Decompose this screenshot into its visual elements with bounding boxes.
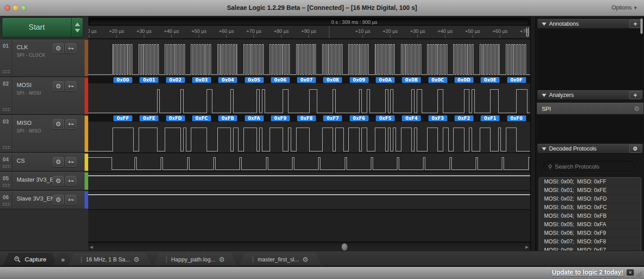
mosi-byte-annotation[interactable]: 0x07 (297, 77, 316, 83)
wave-row-cs[interactable] (88, 153, 530, 171)
channel-trigger-button[interactable]: +⌁ (65, 157, 77, 167)
miso-byte-annotation[interactable]: 0xFB (218, 115, 237, 121)
channel-trigger-button[interactable]: +⌁ (65, 176, 77, 186)
channel-row-clk[interactable]: 01CLKSPI - CLOCK⚙+⌁ (0, 40, 88, 77)
drag-grip-dots[interactable] (2, 70, 10, 73)
mosi-byte-annotation[interactable]: 0x00 (113, 77, 132, 83)
scroll-right-arrow-icon[interactable]: ▶ (524, 244, 530, 250)
tab-drag-grip[interactable] (166, 256, 167, 263)
miso-byte-annotation[interactable]: 0xF2 (455, 115, 473, 121)
timeline-ruler[interactable]: 0 s : 309 ms : 900 µs (89, 18, 528, 25)
channel-row-miso[interactable]: 03MISOSPI - MISO⚙+⌁ (0, 115, 88, 152)
mosi-byte-annotation[interactable]: 0x06 (271, 77, 290, 83)
decoded-row-7[interactable]: MOSI: 0x07; MISO: 0xF8 (539, 238, 641, 246)
tab-file-0[interactable]: 16 MHz, 1 B Sa...⚙ (68, 253, 152, 266)
channel-settings-button[interactable]: ⚙ (53, 157, 64, 167)
tab-file-1[interactable]: Happy_path.log...⚙ (153, 253, 237, 266)
drag-grip-dots[interactable] (2, 108, 10, 111)
miso-byte-annotation[interactable]: 0xF8 (297, 115, 316, 121)
miso-byte-annotation[interactable]: 0xFA (245, 115, 264, 121)
channel-row-slave-3v3-en[interactable]: 06Slave 3V3_EN⚙+⌁ (0, 191, 88, 209)
miso-byte-annotation[interactable]: 0xFE (140, 115, 158, 121)
disclosure-triangle-icon[interactable] (542, 147, 546, 151)
tab-drag-grip[interactable] (252, 256, 254, 263)
miso-byte-annotation[interactable]: 0xF9 (271, 115, 290, 121)
gear-icon[interactable]: ⚙ (634, 105, 639, 112)
drag-grip-dots[interactable] (2, 183, 10, 187)
add-annotation-button[interactable]: + (629, 20, 641, 28)
mosi-byte-annotation[interactable]: 0x02 (166, 77, 185, 83)
channel-settings-button[interactable]: ⚙ (53, 119, 64, 129)
mosi-byte-annotation[interactable]: 0x0C (428, 77, 447, 83)
gear-icon[interactable]: ⚙ (134, 256, 140, 264)
decoded-protocols-section-header[interactable]: Decoded Protocols ⚙ (537, 143, 644, 154)
mosi-byte-annotation[interactable]: 0x03 (192, 77, 211, 83)
channel-trigger-button[interactable]: +⌁ (65, 43, 77, 53)
mosi-byte-annotation[interactable]: 0x0E (481, 77, 500, 83)
miso-byte-annotation[interactable]: 0xF3 (428, 115, 447, 121)
miso-byte-annotation[interactable]: 0xF0 (507, 115, 526, 121)
drag-grip-dots[interactable] (2, 165, 10, 168)
options-menu[interactable]: Options ▼ (612, 4, 638, 11)
decoded-row-0[interactable]: MOSI: 0x00; MISO: 0xFF (539, 178, 641, 186)
mosi-byte-annotation[interactable]: 0x0A (376, 77, 395, 83)
miso-byte-annotation[interactable]: 0xFD (166, 115, 185, 121)
miso-byte-annotation[interactable]: 0xFF (113, 115, 132, 121)
miso-byte-annotation[interactable]: 0xF6 (350, 115, 369, 121)
wave-row-slave-3v3-en[interactable] (88, 191, 530, 209)
mosi-byte-annotation[interactable]: 0x09 (350, 77, 369, 83)
miso-byte-annotation[interactable]: 0xF7 (323, 115, 342, 121)
channel-settings-button[interactable]: ⚙ (53, 81, 64, 91)
decoded-row-3[interactable]: MOSI: 0x03; MISO: 0xFC (539, 203, 641, 212)
update-to-logic2-link[interactable]: Update to logic 2 today! (552, 269, 623, 276)
channel-row-mosi[interactable]: 02MOSISPI - MOSI⚙+⌁ (0, 78, 88, 114)
channel-row-cs[interactable]: 04CS⚙+⌁ (0, 153, 88, 171)
tab-capture[interactable]: Capture (3, 253, 58, 266)
miso-byte-annotation[interactable]: 0xF4 (402, 115, 421, 121)
miso-byte-annotation[interactable]: 0xF5 (376, 115, 395, 121)
search-protocols-input[interactable]: ⚲ Search Protocols (543, 161, 635, 172)
tab-drag-grip[interactable] (81, 256, 82, 263)
analyzer-item-spi[interactable]: SPI ⚙ (537, 103, 644, 114)
annotations-section-header[interactable]: Annotations + (537, 18, 644, 29)
gear-icon[interactable]: ⚙ (219, 256, 225, 264)
mosi-byte-annotation[interactable]: 0x05 (245, 77, 264, 83)
horizontal-scrollbar[interactable]: ◀ ▶ (88, 242, 530, 251)
drag-grip-dots[interactable] (2, 202, 10, 206)
analyzers-section-header[interactable]: Analyzers + (537, 90, 644, 100)
decoded-list-scroll-thumb[interactable] (640, 18, 643, 34)
channel-trigger-button[interactable]: +⌁ (65, 195, 77, 205)
decoded-row-2[interactable]: MOSI: 0x02; MISO: 0xFD (539, 195, 641, 203)
wave-row-clk[interactable] (88, 39, 530, 76)
scroll-left-arrow-icon[interactable]: ◀ (89, 244, 94, 250)
add-analyzer-button[interactable]: + (629, 91, 641, 99)
channel-settings-button[interactable]: ⚙ (53, 43, 64, 53)
decoded-row-5[interactable]: MOSI: 0x05; MISO: 0xFA (539, 220, 641, 229)
disclosure-triangle-icon[interactable] (542, 23, 546, 26)
channel-settings-button[interactable]: ⚙ (53, 195, 64, 205)
wave-row-miso[interactable] (88, 122, 530, 152)
mosi-byte-annotation[interactable]: 0x04 (218, 77, 237, 83)
mosi-byte-annotation[interactable]: 0x0B (402, 77, 421, 83)
miso-byte-annotation[interactable]: 0xF1 (481, 115, 500, 121)
decoded-row-4[interactable]: MOSI: 0x04; MISO: 0xFB (539, 212, 641, 220)
waveform-viewport[interactable]: 0 s : 309 ms : 900 µs +10 µs+20 µs+30 µs… (88, 17, 530, 267)
disclosure-triangle-icon[interactable] (542, 94, 546, 97)
mosi-byte-annotation[interactable]: 0x0F (507, 77, 526, 83)
channel-settings-button[interactable]: ⚙ (53, 176, 64, 186)
start-options-stepper[interactable] (71, 18, 83, 37)
drag-grip-dots[interactable] (2, 146, 10, 149)
miso-byte-annotation[interactable]: 0xFC (192, 115, 211, 121)
vertical-scrollbar[interactable] (530, 17, 536, 267)
start-button[interactable]: Start (2, 18, 71, 37)
decoded-row-6[interactable]: MOSI: 0x06; MISO: 0xF9 (539, 229, 641, 238)
close-banner-button[interactable]: ✕ (626, 269, 634, 276)
gear-icon[interactable]: ⚙ (302, 256, 308, 264)
decoded-protocols-gear-button[interactable]: ⚙ (629, 145, 641, 153)
horizontal-scroll-thumb[interactable] (342, 243, 347, 251)
channel-trigger-button[interactable]: +⌁ (65, 119, 77, 129)
wave-row-master-3v3-en[interactable] (88, 172, 530, 190)
channel-trigger-button[interactable]: +⌁ (65, 81, 77, 91)
decoded-row-1[interactable]: MOSI: 0x01; MISO: 0xFE (539, 186, 641, 195)
mosi-byte-annotation[interactable]: 0x01 (140, 77, 158, 83)
